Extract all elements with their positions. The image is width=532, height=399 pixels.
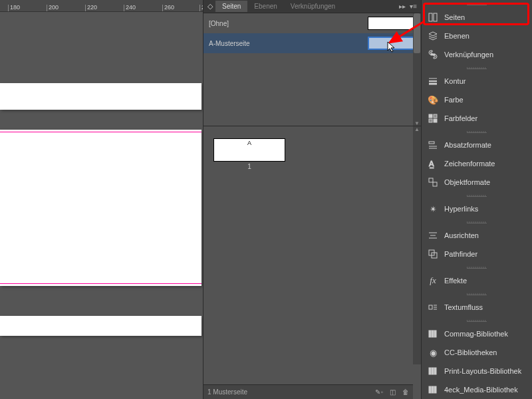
page-preview[interactable] [0,316,201,336]
panel-group-grip[interactable] [422,128,532,136]
panel-btn-absatzformate[interactable]: Absatzformate [422,136,532,154]
panel-btn-textumfluss[interactable]: Textumfluss [422,298,532,317]
svg-rect-28 [429,368,431,374]
panel-label: Pathfinder [444,250,477,258]
panel-label: Absatzformate [444,141,491,149]
margin-guide [0,283,201,284]
panel-btn-hyperlinks[interactable]: ✴ Hyperlinks [422,200,532,218]
page-master-letter: A [247,140,251,146]
panel-label: Print-Layouts-Bibliothek [444,367,521,375]
panel-menu-icon[interactable]: ▾≡ [410,3,417,10]
layers-icon [427,31,439,41]
panel-btn-zeichenformate[interactable]: A̲ Zeichenformate [422,154,532,173]
svg-rect-6 [429,114,432,118]
panel-btn-farbfelder[interactable]: Farbfelder [422,109,532,128]
svg-rect-2 [431,54,435,55]
svg-text:A̲: A̲ [429,160,434,168]
panel-btn-kontur[interactable]: Kontur [422,72,532,90]
master-none-row[interactable]: [Ohne] [203,13,421,33]
pathfinder-icon [427,249,439,259]
object-styles-icon [427,177,439,188]
panel-label: Hyperlinks [444,205,478,213]
panel-group-grip[interactable] [422,218,532,226]
ruler-tick: 180 [8,5,20,11]
panel-btn-print-layouts-bibliothek[interactable]: Print-Layouts-Bibliothek [422,362,532,380]
panel-group-grip[interactable] [422,64,532,72]
library-icon [427,366,439,376]
pages-scrollbar[interactable]: ▲ [413,126,421,364]
color-icon: 🎨 [427,94,439,105]
master-a-label: A-Musterseite [209,40,368,47]
page-preview[interactable] [0,83,201,110]
margin-guide [0,132,201,132]
panel-group-grip[interactable] [422,0,532,8]
panel-group-grip[interactable] [422,192,532,200]
panel-label: Farbfelder [444,114,477,122]
panel-label: 4eck_Media-Bibliothek [444,386,518,394]
character-styles-icon: A̲ [427,158,439,169]
page-thumb-wrapper: A 1 [213,138,285,170]
svg-rect-26 [432,331,434,337]
tab-verknuepfungen[interactable]: Verknüpfungen [284,1,342,12]
pages-panel-footer: 1 Musterseite ✎▫ ◫ 🗑 [203,384,413,399]
scroll-thumb[interactable] [414,13,420,53]
panel-group-grip[interactable] [422,317,532,325]
svg-rect-15 [433,182,437,186]
horizontal-ruler: 180 200 220 240 260 280 [0,0,203,12]
page-preview[interactable] [0,130,201,286]
effects-icon: fx [427,275,439,286]
ruler-tick: 240 [124,5,136,11]
pages-panel: ◇ Seiten Ebenen Verknüpfungen ▸▸ ▾≡ [Ohn… [203,0,421,399]
panel-btn-seiten[interactable]: Seiten [422,8,532,27]
textwrap-icon [427,302,439,313]
svg-rect-21 [429,305,432,309]
svg-rect-9 [434,119,437,122]
scroll-down-icon[interactable]: ▼ [413,120,421,126]
right-panel-dock: Seiten Ebenen Verknüpfungen Kontur 🎨 Far… [421,0,532,399]
panel-btn-commag-bibliothek[interactable]: Commag-Bibliothek [422,325,532,343]
collapse-icon[interactable]: ◇ [203,2,215,11]
panel-btn-4eck-media-bibliothek[interactable]: 4eck_Media-Bibliothek [422,380,532,399]
document-canvas[interactable]: 180 200 220 240 260 280 [0,0,203,399]
panel-btn-ausrichten[interactable]: Ausrichten [422,226,532,245]
panel-btn-ebenen[interactable]: Ebenen [422,27,532,45]
scroll-up-icon[interactable]: ▲ [413,126,421,132]
collapse-panel-icon[interactable]: ▸▸ [399,3,406,10]
pages-icon [427,12,439,23]
page-number-label: 1 [213,163,285,170]
panel-tab-bar: ◇ Seiten Ebenen Verknüpfungen ▸▸ ▾≡ [203,0,421,13]
panel-btn-farbe[interactable]: 🎨 Farbe [422,90,532,109]
svg-rect-25 [429,331,431,337]
panel-btn-effekte[interactable]: fx Effekte [422,271,532,290]
svg-rect-32 [432,386,434,393]
panel-btn-objektformate[interactable]: Objektformate [422,173,532,192]
svg-rect-1 [434,13,437,21]
links-icon [427,49,439,60]
panel-label: Kontur [444,77,466,85]
tab-seiten[interactable]: Seiten [215,1,247,12]
panel-label: Verknüpfungen [444,51,493,59]
page-1-thumb[interactable]: A [213,138,285,162]
delete-page-icon[interactable]: 🗑 [402,388,409,396]
master-a-row[interactable]: A-Musterseite [203,33,421,53]
master-a-thumb[interactable] [368,37,416,50]
master-none-thumb[interactable] [368,17,416,30]
panel-btn-pathfinder[interactable]: Pathfinder [422,245,532,263]
svg-rect-0 [429,13,432,21]
panel-group-grip[interactable] [422,290,532,298]
library-icon [427,329,439,339]
panel-group-grip[interactable] [422,263,532,271]
panel-label: Farbe [444,96,464,104]
panel-btn-cc-bibliotheken[interactable]: ◉ CC-Bibliotheken [422,343,532,362]
swatches-icon [427,113,439,124]
panel-btn-verknuepfungen[interactable]: Verknüpfungen [422,45,532,64]
panel-label: Commag-Bibliothek [444,330,508,338]
panel-label: Textumfluss [444,303,483,311]
new-page-icon[interactable]: ◫ [390,388,396,396]
library-icon [427,384,439,395]
tab-ebenen[interactable]: Ebenen [247,1,283,12]
footer-status: 1 Musterseite [207,388,247,396]
master-scrollbar[interactable]: ▼ [413,13,421,126]
edit-page-icon[interactable]: ✎▫ [375,388,383,396]
svg-rect-31 [429,386,431,393]
